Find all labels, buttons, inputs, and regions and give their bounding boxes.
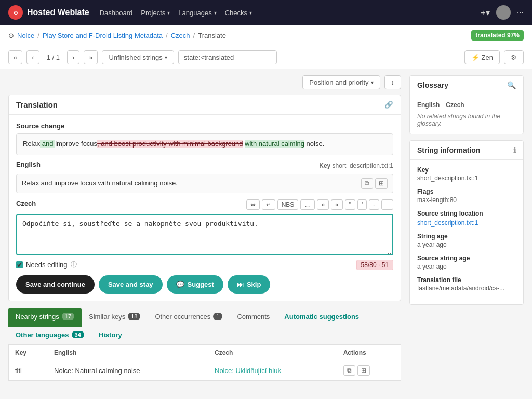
brand: ⊙ Hosted Weblate: [8, 5, 89, 20]
fmt-arrow[interactable]: ⇔: [246, 200, 260, 210]
next-button[interactable]: ›: [67, 50, 79, 64]
seg-1: and: [40, 140, 55, 148]
fmt-dquote[interactable]: ": [345, 200, 355, 210]
filter-dropdown-icon: ▾: [165, 55, 167, 60]
skip-button[interactable]: ⏭ Skip: [228, 275, 270, 294]
tab-comments[interactable]: Comments: [230, 308, 277, 327]
tabs-row: Nearby strings 17 Similar keys 18 Other …: [8, 308, 401, 345]
suggest-button[interactable]: 💬 Suggest: [167, 275, 223, 294]
seg-5: with natural calming: [245, 140, 304, 148]
nav-dashboard[interactable]: Dashboard: [100, 9, 133, 17]
add-button[interactable]: +▾: [481, 8, 489, 18]
glossary-cols: English Czech: [417, 101, 516, 109]
char-count-badge: 58/80 · 51: [356, 260, 393, 270]
row-key: titl: [9, 361, 48, 380]
nav-links: Dashboard Projects ▾ Languages ▾ Checks …: [100, 9, 252, 17]
copy-button[interactable]: ⧉: [361, 178, 373, 189]
source-location-link[interactable]: short_description.txt:1: [417, 219, 478, 227]
breadcrumb: ⊙ Noice / Play Store and F-Droid Listing…: [8, 32, 226, 39]
glossary-col-czech: Czech: [446, 101, 464, 109]
filter-button[interactable]: Unfinished strings ▾: [102, 50, 174, 64]
glossary-panel: Glossary 🔍 English Czech No related stri…: [409, 75, 524, 134]
breadcrumb-icon: ⊙: [8, 32, 14, 39]
string-info-icon: ℹ: [513, 146, 516, 154]
table-row: titl Noice: Natural calming noise Noice:…: [9, 361, 401, 380]
main-right: Glossary 🔍 English Czech No related stri…: [409, 75, 524, 381]
settings-button[interactable]: ⚙: [504, 50, 524, 64]
seg-2: improve focus: [55, 140, 97, 148]
sort-bar: Position and priority ▾ ↕: [8, 75, 401, 89]
first-button[interactable]: «: [8, 50, 22, 64]
fmt-laquo[interactable]: «: [331, 200, 343, 210]
copy-source-button[interactable]: ⊞: [375, 178, 388, 189]
tab-occurrences-badge: 1: [213, 313, 222, 320]
breadcrumb-czech[interactable]: Czech: [171, 32, 190, 39]
needs-editing-checkbox[interactable]: [16, 261, 23, 268]
state-input[interactable]: [178, 50, 277, 64]
row-actions[interactable]: ⧉ ⊞: [337, 361, 401, 380]
row-action-button[interactable]: ⊞: [357, 365, 370, 376]
string-info-body: Key short_description.txt:1 Flags max-le…: [410, 160, 523, 304]
zen-button[interactable]: ⚡ Zen: [464, 50, 500, 64]
sort-button[interactable]: Position and priority ▾: [302, 75, 380, 89]
tab-other-languages[interactable]: Other languages 34: [8, 326, 91, 345]
navbar-right: +▾ ···: [481, 5, 524, 20]
czech-header: Czech ⇔ ↵ NBS … » « " ' - –: [16, 200, 393, 210]
tab-nearby[interactable]: Nearby strings 17: [8, 308, 82, 327]
source-change-label: Source change: [16, 122, 393, 130]
tab-similar-badge: 18: [128, 313, 140, 320]
translation-textarea[interactable]: Odpočiňte si, soustřeďte se a nakopněte …: [16, 214, 393, 255]
tab-other-languages-badge: 34: [72, 331, 84, 338]
fmt-enter[interactable]: ↵: [262, 200, 275, 210]
nav-projects[interactable]: Projects ▾: [141, 9, 170, 17]
languages-dropdown-icon: ▾: [214, 10, 217, 16]
english-label: English: [16, 161, 41, 168]
tab-history[interactable]: History: [91, 326, 129, 345]
nav-checks[interactable]: Checks ▾: [225, 9, 252, 17]
settings-icon: ⚙: [511, 54, 517, 61]
row-copy-button[interactable]: ⧉: [343, 365, 355, 376]
fmt-squote[interactable]: ': [357, 200, 367, 210]
char-count-row: Needs editing ⓘ 58/80 · 51: [16, 260, 393, 270]
fmt-dash[interactable]: –: [381, 200, 393, 210]
tab-automatic[interactable]: Automatic suggestions: [277, 308, 366, 327]
translation-card-body: Source change Relax and improve focus, a…: [9, 115, 401, 301]
skip-icon: ⏭: [237, 281, 244, 288]
glossary-col-english: English: [417, 101, 440, 109]
last-button[interactable]: »: [84, 50, 98, 64]
format-buttons: ⇔ ↵ NBS … » « " ' - –: [246, 200, 393, 210]
seg-0: Relax: [23, 140, 40, 148]
nav-languages[interactable]: Languages ▾: [178, 9, 216, 17]
fmt-nbs[interactable]: NBS: [277, 200, 299, 210]
avatar[interactable]: [496, 5, 511, 20]
more-button[interactable]: ···: [517, 8, 524, 17]
breadcrumb-bar: ⊙ Noice / Play Store and F-Droid Listing…: [0, 25, 532, 46]
fmt-ellipsis[interactable]: …: [300, 200, 315, 210]
glossary-search-button[interactable]: 🔍: [507, 81, 516, 89]
tab-occurrences[interactable]: Other occurrences 1: [148, 308, 230, 327]
breadcrumb-noice[interactable]: Noice: [17, 32, 34, 39]
prev-button[interactable]: ‹: [26, 50, 39, 64]
lightning-icon: ⚡: [471, 54, 480, 61]
tab-similar[interactable]: Similar keys 18: [82, 308, 148, 327]
info-translation-file: Translation file fastlane/metadata/andro…: [417, 276, 516, 292]
toolbar: « ‹ 1 / 1 › » Unfinished strings ▾ ⚡ Zen…: [0, 46, 532, 69]
info-flags: Flags max-length:80: [417, 188, 516, 204]
col-key: Key: [9, 345, 48, 361]
page-info: 1 / 1: [44, 54, 63, 61]
save-continue-button[interactable]: Save and continue: [16, 275, 95, 294]
col-actions: Actions: [337, 345, 401, 361]
save-stay-button[interactable]: Save and stay: [99, 275, 163, 294]
breadcrumb-project[interactable]: Play Store and F-Droid Listing Metadata: [43, 32, 163, 39]
sort-order-button[interactable]: ↕: [384, 75, 402, 89]
link-icon-button[interactable]: 🔗: [384, 101, 393, 109]
breadcrumb-current: Translate: [198, 32, 226, 39]
info-key: Key short_description.txt:1: [417, 166, 516, 182]
projects-dropdown-icon: ▾: [167, 10, 170, 16]
string-info-header: String information ℹ: [410, 141, 523, 160]
fmt-raquo[interactable]: »: [317, 200, 329, 210]
fmt-hyphen[interactable]: -: [369, 200, 379, 210]
info-source-string-age: Source string age a year ago: [417, 255, 516, 270]
row-czech: Noice: Uklidňující hluk: [208, 361, 337, 380]
action-buttons: Save and continue Save and stay 💬 Sugges…: [16, 275, 393, 294]
